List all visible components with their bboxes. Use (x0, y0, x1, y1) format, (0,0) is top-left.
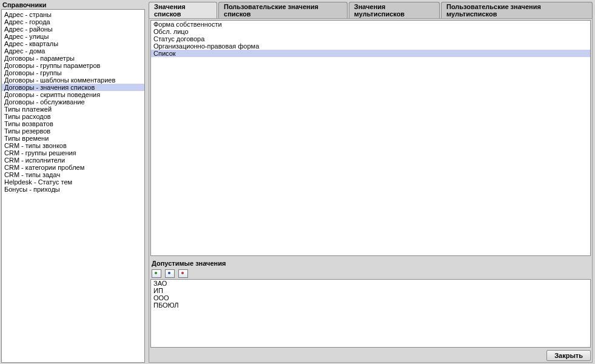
value-item[interactable]: ООО (151, 294, 590, 302)
tab[interactable]: Значения мультисписков (349, 2, 440, 18)
sidebar-item[interactable]: Адрес - районы (2, 25, 144, 33)
sidebar-item[interactable]: CRM - категории проблем (2, 164, 144, 171)
sidebar-panel: Справочники Адрес - страныАдрес - города… (1, 1, 145, 363)
sidebar-item[interactable]: CRM - исполнители (2, 157, 144, 164)
list-item[interactable]: Форма собственности (151, 21, 590, 28)
sidebar-item[interactable]: CRM - группы решения (2, 149, 144, 157)
list-values-area[interactable]: Форма собственностиОбсл. лицоСтатус дого… (150, 20, 591, 256)
edit-icon[interactable] (165, 269, 175, 278)
value-item[interactable]: ПБОЮЛ (151, 302, 590, 309)
sidebar-item[interactable]: Адрес - улицы (2, 33, 144, 40)
sidebar-item[interactable]: Типы резервов (2, 127, 144, 135)
sidebar-item[interactable]: Договоры - группы (2, 69, 144, 76)
close-button[interactable]: Закрыть (546, 350, 591, 361)
list-item[interactable]: Список (151, 50, 590, 57)
sidebar-item[interactable]: Helpdesk - Статус тем (2, 178, 144, 186)
sidebar-item[interactable]: Договоры - обслуживание (2, 98, 144, 106)
sidebar-title: Справочники (1, 1, 145, 9)
value-item[interactable]: ИП (151, 287, 590, 294)
button-bar: Закрыть (150, 350, 591, 361)
tab[interactable]: Значения списков (149, 2, 217, 18)
sidebar-item[interactable]: Типы возвратов (2, 120, 144, 127)
main-panel: Значения списковПользовательские значени… (145, 1, 594, 363)
sidebar-item[interactable]: Договоры - скрипты поведения (2, 91, 144, 98)
tab-content: Форма собственностиОбсл. лицоСтатус дого… (149, 18, 593, 363)
sidebar-item[interactable]: CRM - типы задач (2, 171, 144, 178)
values-toolbar (150, 268, 591, 279)
sidebar-item[interactable]: Адрес - страны (2, 11, 144, 18)
tab[interactable]: Пользовательские значения списков (218, 2, 348, 18)
values-label: Допустимые значения (150, 260, 591, 267)
app-root: Справочники Адрес - страныАдрес - города… (0, 0, 595, 364)
sidebar-item[interactable]: Бонусы - приходы (2, 186, 144, 193)
sidebar-item[interactable]: Договоры - шаблоны комментариев (2, 76, 144, 84)
sidebar-item[interactable]: Типы времени (2, 135, 144, 142)
sidebar-item[interactable]: Договоры - параметры (2, 55, 144, 62)
sidebar-item[interactable]: Адрес - дома (2, 47, 144, 55)
sidebar-item[interactable]: Адрес - кварталы (2, 40, 144, 47)
sidebar-item[interactable]: Договоры - группы параметров (2, 62, 144, 69)
tabs: Значения списковПользовательские значени… (149, 1, 593, 18)
add-icon[interactable] (152, 269, 161, 278)
sidebar-item[interactable]: Типы расходов (2, 113, 144, 120)
list-item[interactable]: Статус договора (151, 35, 590, 42)
delete-icon[interactable] (178, 269, 188, 278)
catalog-list[interactable]: Адрес - страныАдрес - городаАдрес - райо… (1, 9, 145, 363)
value-item[interactable]: ЗАО (151, 280, 590, 287)
allowed-values-area[interactable]: ЗАОИПОООПБОЮЛ (150, 279, 591, 348)
sidebar-item[interactable]: CRM - типы звонков (2, 142, 144, 149)
sidebar-item[interactable]: Типы платежей (2, 106, 144, 113)
tab[interactable]: Пользовательские значения мультисписков (441, 2, 593, 18)
sidebar-item[interactable]: Адрес - города (2, 18, 144, 25)
list-item[interactable]: Организационно-правовая форма (151, 42, 590, 50)
sidebar-item[interactable]: Договоры - значения списков (2, 84, 144, 91)
list-item[interactable]: Обсл. лицо (151, 28, 590, 35)
